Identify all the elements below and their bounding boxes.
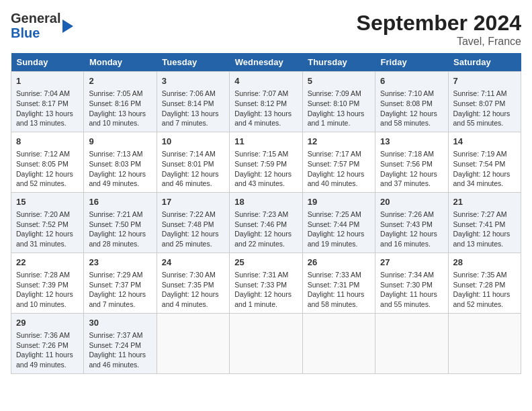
day-number: 27 bbox=[380, 257, 443, 269]
day-number: 29 bbox=[16, 317, 79, 329]
calendar-cell: 15Sunrise: 7:20 AM Sunset: 7:52 PM Dayli… bbox=[11, 192, 84, 253]
calendar-cell: 9Sunrise: 7:13 AM Sunset: 8:03 PM Daylig… bbox=[84, 132, 157, 192]
day-info: Sunrise: 7:28 AM Sunset: 7:39 PM Dayligh… bbox=[16, 270, 79, 310]
day-number: 25 bbox=[234, 257, 297, 269]
calendar-cell: 4Sunrise: 7:07 AM Sunset: 8:12 PM Daylig… bbox=[230, 72, 302, 132]
day-info: Sunrise: 7:10 AM Sunset: 8:08 PM Dayligh… bbox=[380, 89, 443, 128]
calendar-cell: 26Sunrise: 7:33 AM Sunset: 7:31 PM Dayli… bbox=[302, 253, 375, 313]
day-info: Sunrise: 7:36 AM Sunset: 7:26 PM Dayligh… bbox=[16, 330, 79, 370]
day-number: 5 bbox=[308, 75, 370, 87]
calendar-cell bbox=[230, 313, 302, 373]
calendar-cell: 8Sunrise: 7:12 AM Sunset: 8:05 PM Daylig… bbox=[11, 132, 84, 192]
calendar-cell bbox=[157, 313, 229, 373]
logo-arrow-icon bbox=[62, 19, 73, 33]
day-number: 7 bbox=[453, 75, 516, 87]
calendar-cell bbox=[375, 313, 448, 373]
day-info: Sunrise: 7:29 AM Sunset: 7:37 PM Dayligh… bbox=[89, 270, 151, 310]
day-number: 2 bbox=[89, 75, 151, 87]
col-header-thursday: Thursday bbox=[302, 53, 375, 72]
calendar-cell: 6Sunrise: 7:10 AM Sunset: 8:08 PM Daylig… bbox=[375, 72, 448, 132]
calendar-cell: 30Sunrise: 7:37 AM Sunset: 7:24 PM Dayli… bbox=[84, 313, 157, 373]
calendar-cell: 17Sunrise: 7:22 AM Sunset: 7:48 PM Dayli… bbox=[157, 192, 229, 253]
week-row-5: 29Sunrise: 7:36 AM Sunset: 7:26 PM Dayli… bbox=[11, 313, 521, 373]
day-number: 23 bbox=[89, 257, 151, 269]
day-info: Sunrise: 7:14 AM Sunset: 8:01 PM Dayligh… bbox=[162, 149, 224, 189]
calendar-cell: 19Sunrise: 7:25 AM Sunset: 7:44 PM Dayli… bbox=[302, 192, 375, 253]
week-row-3: 15Sunrise: 7:20 AM Sunset: 7:52 PM Dayli… bbox=[11, 192, 521, 253]
title-block: September 2024 Tavel, France bbox=[357, 11, 521, 48]
calendar-cell: 2Sunrise: 7:05 AM Sunset: 8:16 PM Daylig… bbox=[84, 72, 157, 132]
day-info: Sunrise: 7:18 AM Sunset: 7:56 PM Dayligh… bbox=[380, 149, 443, 189]
day-number: 14 bbox=[453, 136, 516, 148]
day-number: 6 bbox=[380, 75, 443, 87]
day-info: Sunrise: 7:06 AM Sunset: 8:14 PM Dayligh… bbox=[162, 89, 224, 128]
day-number: 13 bbox=[380, 136, 443, 148]
calendar-cell: 20Sunrise: 7:26 AM Sunset: 7:43 PM Dayli… bbox=[375, 192, 448, 253]
day-info: Sunrise: 7:11 AM Sunset: 8:07 PM Dayligh… bbox=[453, 89, 516, 128]
day-info: Sunrise: 7:07 AM Sunset: 8:12 PM Dayligh… bbox=[234, 89, 297, 128]
calendar-cell: 14Sunrise: 7:19 AM Sunset: 7:54 PM Dayli… bbox=[448, 132, 521, 192]
day-number: 4 bbox=[234, 75, 297, 87]
col-header-monday: Monday bbox=[84, 53, 157, 72]
day-number: 30 bbox=[89, 317, 151, 329]
location-label: Tavel, France bbox=[357, 36, 521, 48]
day-info: Sunrise: 7:22 AM Sunset: 7:48 PM Dayligh… bbox=[162, 210, 224, 249]
calendar-cell: 13Sunrise: 7:18 AM Sunset: 7:56 PM Dayli… bbox=[375, 132, 448, 192]
day-number: 16 bbox=[89, 196, 151, 208]
day-number: 22 bbox=[16, 257, 79, 269]
calendar-cell: 11Sunrise: 7:15 AM Sunset: 7:59 PM Dayli… bbox=[230, 132, 302, 192]
day-number: 18 bbox=[234, 196, 297, 208]
calendar-cell: 18Sunrise: 7:23 AM Sunset: 7:46 PM Dayli… bbox=[230, 192, 302, 253]
col-header-wednesday: Wednesday bbox=[230, 53, 302, 72]
day-info: Sunrise: 7:34 AM Sunset: 7:30 PM Dayligh… bbox=[380, 270, 443, 310]
calendar-cell: 21Sunrise: 7:27 AM Sunset: 7:41 PM Dayli… bbox=[448, 192, 521, 253]
day-number: 17 bbox=[162, 196, 224, 208]
col-header-friday: Friday bbox=[375, 53, 448, 72]
calendar-cell bbox=[448, 313, 521, 373]
day-info: Sunrise: 7:31 AM Sunset: 7:33 PM Dayligh… bbox=[234, 270, 297, 310]
day-number: 11 bbox=[234, 136, 297, 148]
day-info: Sunrise: 7:19 AM Sunset: 7:54 PM Dayligh… bbox=[453, 149, 516, 189]
day-number: 8 bbox=[16, 136, 79, 148]
day-number: 1 bbox=[16, 75, 79, 87]
calendar-cell: 12Sunrise: 7:17 AM Sunset: 7:57 PM Dayli… bbox=[302, 132, 375, 192]
day-info: Sunrise: 7:35 AM Sunset: 7:28 PM Dayligh… bbox=[453, 270, 516, 310]
day-info: Sunrise: 7:20 AM Sunset: 7:52 PM Dayligh… bbox=[16, 210, 79, 249]
calendar-cell: 24Sunrise: 7:30 AM Sunset: 7:35 PM Dayli… bbox=[157, 253, 229, 313]
calendar-table: SundayMondayTuesdayWednesdayThursdayFrid… bbox=[11, 53, 521, 374]
logo-general: General bbox=[11, 11, 60, 26]
day-number: 9 bbox=[89, 136, 151, 148]
day-info: Sunrise: 7:12 AM Sunset: 8:05 PM Dayligh… bbox=[16, 149, 79, 189]
day-number: 26 bbox=[308, 257, 370, 269]
calendar-cell: 5Sunrise: 7:09 AM Sunset: 8:10 PM Daylig… bbox=[302, 72, 375, 132]
day-info: Sunrise: 7:17 AM Sunset: 7:57 PM Dayligh… bbox=[308, 149, 370, 189]
page-header: General Blue September 2024 Tavel, Franc… bbox=[11, 11, 521, 48]
week-row-2: 8Sunrise: 7:12 AM Sunset: 8:05 PM Daylig… bbox=[11, 132, 521, 192]
calendar-cell: 3Sunrise: 7:06 AM Sunset: 8:14 PM Daylig… bbox=[157, 72, 229, 132]
calendar-cell: 28Sunrise: 7:35 AM Sunset: 7:28 PM Dayli… bbox=[448, 253, 521, 313]
day-info: Sunrise: 7:33 AM Sunset: 7:31 PM Dayligh… bbox=[308, 270, 370, 310]
calendar-cell: 22Sunrise: 7:28 AM Sunset: 7:39 PM Dayli… bbox=[11, 253, 84, 313]
day-number: 10 bbox=[162, 136, 224, 148]
calendar-cell bbox=[302, 313, 375, 373]
day-number: 15 bbox=[16, 196, 79, 208]
day-info: Sunrise: 7:26 AM Sunset: 7:43 PM Dayligh… bbox=[380, 210, 443, 249]
day-number: 28 bbox=[453, 257, 516, 269]
day-info: Sunrise: 7:30 AM Sunset: 7:35 PM Dayligh… bbox=[162, 270, 224, 310]
day-info: Sunrise: 7:37 AM Sunset: 7:24 PM Dayligh… bbox=[89, 330, 151, 370]
calendar-cell: 23Sunrise: 7:29 AM Sunset: 7:37 PM Dayli… bbox=[84, 253, 157, 313]
week-row-1: 1Sunrise: 7:04 AM Sunset: 8:17 PM Daylig… bbox=[11, 72, 521, 132]
day-info: Sunrise: 7:09 AM Sunset: 8:10 PM Dayligh… bbox=[308, 89, 370, 128]
day-info: Sunrise: 7:27 AM Sunset: 7:41 PM Dayligh… bbox=[453, 210, 516, 249]
logo: General Blue bbox=[11, 11, 73, 40]
col-header-sunday: Sunday bbox=[11, 53, 84, 72]
calendar-cell: 29Sunrise: 7:36 AM Sunset: 7:26 PM Dayli… bbox=[11, 313, 84, 373]
calendar-cell: 16Sunrise: 7:21 AM Sunset: 7:50 PM Dayli… bbox=[84, 192, 157, 253]
day-number: 24 bbox=[162, 257, 224, 269]
logo-text: General Blue bbox=[11, 11, 60, 40]
day-info: Sunrise: 7:04 AM Sunset: 8:17 PM Dayligh… bbox=[16, 89, 79, 128]
calendar-cell: 7Sunrise: 7:11 AM Sunset: 8:07 PM Daylig… bbox=[448, 72, 521, 132]
logo-blue: Blue bbox=[11, 26, 40, 40]
day-info: Sunrise: 7:21 AM Sunset: 7:50 PM Dayligh… bbox=[89, 210, 151, 249]
day-number: 20 bbox=[380, 196, 443, 208]
